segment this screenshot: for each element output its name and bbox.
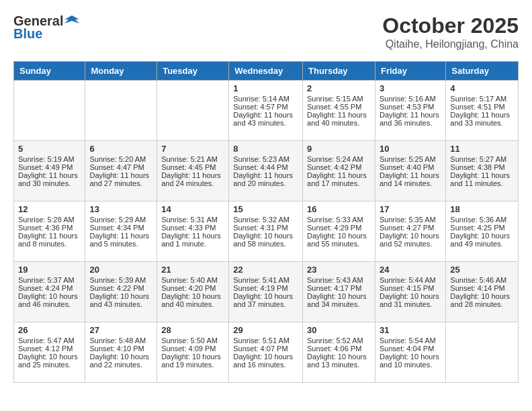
calendar-cell: 16Sunrise: 5:33 AMSunset: 4:29 PMDayligh… [303,201,375,262]
day-number: 27 [89,325,152,335]
calendar-cell [157,81,229,141]
calendar-cell [14,81,85,141]
calendar-cell: 1Sunrise: 5:14 AMSunset: 4:57 PMDaylight… [229,81,303,141]
daylight-text: Daylight: 10 hours and 13 minutes. [307,353,371,369]
day-number: 7 [161,144,224,154]
day-number: 29 [233,325,298,335]
sunrise-text: Sunrise: 5:48 AM [89,336,152,345]
day-number: 18 [450,204,514,214]
sunrise-text: Sunrise: 5:47 AM [18,336,81,345]
daylight-text: Daylight: 10 hours and 10 minutes. [380,353,441,369]
sunset-text: Sunset: 4:09 PM [161,345,224,353]
sunset-text: Sunset: 4:42 PM [307,163,371,171]
calendar-cell: 25Sunrise: 5:46 AMSunset: 4:14 PMDayligh… [446,262,519,322]
sunset-text: Sunset: 4:45 PM [161,163,224,171]
sunset-text: Sunset: 4:47 PM [89,163,152,171]
day-number: 31 [380,325,441,335]
weekday-header-tuesday: Tuesday [157,62,229,81]
daylight-text: Daylight: 10 hours and 52 minutes. [380,232,441,248]
sunset-text: Sunset: 4:04 PM [380,345,441,353]
calendar-cell: 31Sunrise: 5:54 AMSunset: 4:04 PMDayligh… [375,322,445,383]
sunrise-text: Sunrise: 5:24 AM [307,155,371,163]
daylight-text: Daylight: 11 hours and 40 minutes. [307,111,371,127]
sunset-text: Sunset: 4:06 PM [307,345,371,353]
calendar-week-row: 19Sunrise: 5:37 AMSunset: 4:24 PMDayligh… [14,262,519,322]
day-number: 4 [450,83,514,93]
calendar-cell: 11Sunrise: 5:27 AMSunset: 4:38 PMDayligh… [446,141,519,201]
calendar-cell: 6Sunrise: 5:20 AMSunset: 4:47 PMDaylight… [85,141,157,201]
calendar-cell: 5Sunrise: 5:19 AMSunset: 4:49 PMDaylight… [14,141,85,201]
daylight-text: Daylight: 10 hours and 55 minutes. [307,232,371,248]
sunrise-text: Sunrise: 5:25 AM [380,155,441,163]
daylight-text: Daylight: 10 hours and 58 minutes. [233,232,298,248]
sunset-text: Sunset: 4:25 PM [450,224,514,232]
day-number: 9 [307,144,371,154]
daylight-text: Daylight: 10 hours and 16 minutes. [233,353,298,369]
weekday-header-monday: Monday [85,62,157,81]
sunrise-text: Sunrise: 5:37 AM [18,276,81,284]
daylight-text: Daylight: 11 hours and 11 minutes. [450,171,514,187]
title-section: October 2025 Qitaihe, Heilongjiang, Chin… [382,13,519,50]
daylight-text: Daylight: 11 hours and 33 minutes. [450,111,514,127]
sunrise-text: Sunrise: 5:14 AM [233,95,298,103]
day-number: 13 [89,204,152,214]
calendar-cell: 9Sunrise: 5:24 AMSunset: 4:42 PMDaylight… [303,141,375,201]
weekday-header-saturday: Saturday [446,62,519,81]
day-number: 5 [18,144,81,154]
calendar-cell: 28Sunrise: 5:50 AMSunset: 4:09 PMDayligh… [157,322,229,383]
calendar-cell: 20Sunrise: 5:39 AMSunset: 4:22 PMDayligh… [85,262,157,322]
daylight-text: Daylight: 11 hours and 36 minutes. [380,111,441,127]
sunset-text: Sunset: 4:07 PM [233,345,298,353]
sunset-text: Sunset: 4:53 PM [380,103,441,111]
day-number: 8 [233,144,298,154]
day-number: 30 [307,325,371,335]
sunrise-text: Sunrise: 5:46 AM [450,276,514,284]
calendar-cell: 26Sunrise: 5:47 AMSunset: 4:12 PMDayligh… [14,322,85,383]
sunset-text: Sunset: 4:36 PM [18,224,81,232]
daylight-text: Daylight: 11 hours and 17 minutes. [307,171,371,187]
calendar-cell: 13Sunrise: 5:29 AMSunset: 4:34 PMDayligh… [85,201,157,262]
daylight-text: Daylight: 11 hours and 24 minutes. [161,171,224,187]
daylight-text: Daylight: 10 hours and 49 minutes. [450,232,514,248]
calendar-cell: 22Sunrise: 5:41 AMSunset: 4:19 PMDayligh… [229,262,303,322]
day-number: 26 [18,325,81,335]
day-number: 11 [450,144,514,154]
sunrise-text: Sunrise: 5:41 AM [233,276,298,284]
weekday-header-thursday: Thursday [303,62,375,81]
sunrise-text: Sunrise: 5:35 AM [380,216,441,224]
day-number: 6 [89,144,152,154]
daylight-text: Daylight: 11 hours and 20 minutes. [233,171,298,187]
daylight-text: Daylight: 10 hours and 25 minutes. [18,353,81,369]
calendar-cell: 10Sunrise: 5:25 AMSunset: 4:40 PMDayligh… [375,141,445,201]
weekday-header-row: SundayMondayTuesdayWednesdayThursdayFrid… [14,62,519,81]
weekday-header-sunday: Sunday [14,62,85,81]
sunset-text: Sunset: 4:17 PM [307,284,371,292]
daylight-text: Daylight: 10 hours and 34 minutes. [307,292,371,308]
sunrise-text: Sunrise: 5:19 AM [18,155,81,163]
sunset-text: Sunset: 4:14 PM [450,284,514,292]
calendar-week-row: 12Sunrise: 5:28 AMSunset: 4:36 PMDayligh… [14,201,519,262]
sunrise-text: Sunrise: 5:44 AM [380,276,441,284]
calendar-cell [85,81,157,141]
calendar-week-row: 1Sunrise: 5:14 AMSunset: 4:57 PMDaylight… [14,81,519,141]
calendar-cell: 27Sunrise: 5:48 AMSunset: 4:10 PMDayligh… [85,322,157,383]
sunrise-text: Sunrise: 5:16 AM [380,95,441,103]
month-title: October 2025 [382,13,519,38]
sunset-text: Sunset: 4:15 PM [380,284,441,292]
day-number: 17 [380,204,441,214]
logo-bird-icon [64,14,79,29]
sunrise-text: Sunrise: 5:54 AM [380,336,441,345]
sunset-text: Sunset: 4:12 PM [18,345,81,353]
sunset-text: Sunset: 4:19 PM [233,284,298,292]
day-number: 3 [380,83,441,93]
day-number: 2 [307,83,371,93]
sunset-text: Sunset: 4:24 PM [18,284,81,292]
sunrise-text: Sunrise: 5:28 AM [18,216,81,224]
day-number: 23 [307,265,371,275]
sunset-text: Sunset: 4:29 PM [307,224,371,232]
sunset-text: Sunset: 4:51 PM [450,103,514,111]
day-number: 10 [380,144,441,154]
sunset-text: Sunset: 4:44 PM [233,163,298,171]
sunrise-text: Sunrise: 5:32 AM [233,216,298,224]
day-number: 15 [233,204,298,214]
